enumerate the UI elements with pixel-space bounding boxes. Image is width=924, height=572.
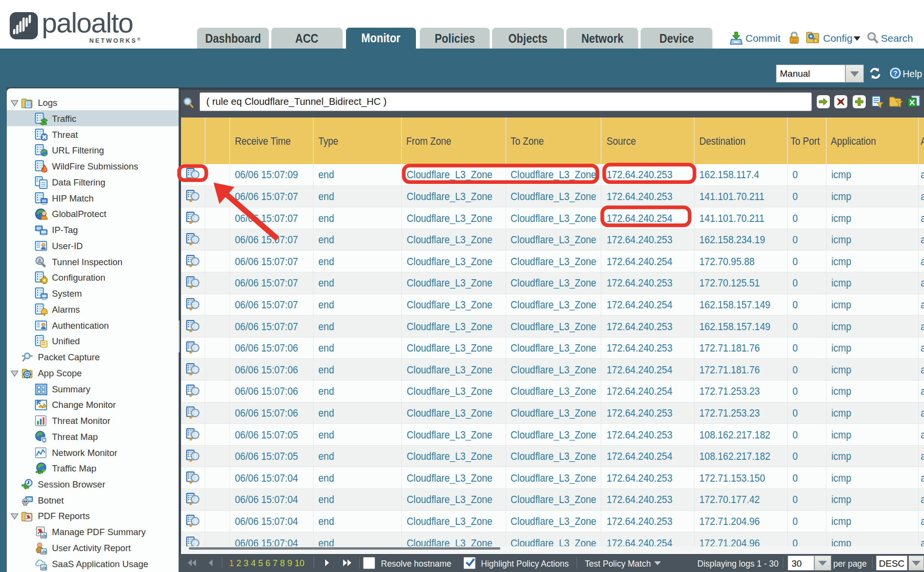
svg-text:?: ? bbox=[893, 69, 898, 77]
